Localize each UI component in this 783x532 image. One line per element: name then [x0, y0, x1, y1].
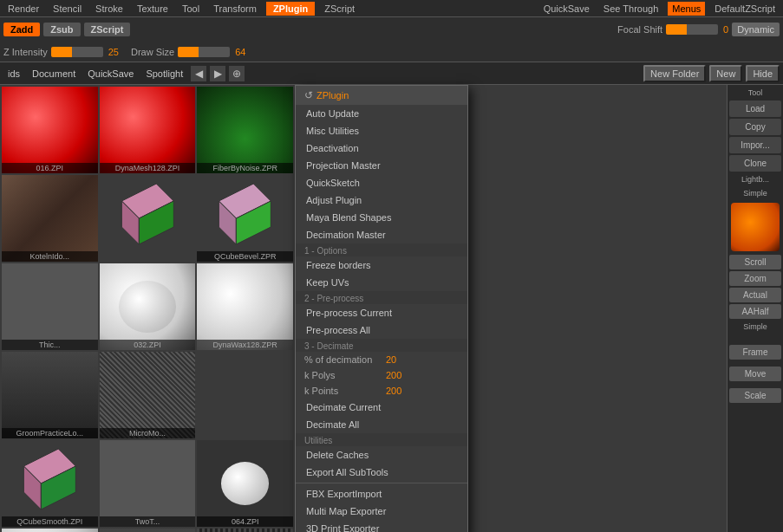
- document-btn[interactable]: Document: [28, 67, 80, 81]
- import-btn[interactable]: Impor...: [729, 137, 781, 153]
- scroll-btn[interactable]: Scroll: [729, 255, 781, 269]
- menu-decimation-master[interactable]: Decimation Master: [296, 226, 467, 243]
- menu-multi-map[interactable]: Multi Map Exporter: [296, 503, 467, 520]
- new-folder-button[interactable]: New Folder: [643, 65, 706, 82]
- menu-deactivation[interactable]: Deactivation: [296, 139, 467, 157]
- thumb-label-032: 032.ZPI: [100, 340, 196, 350]
- thumb-032[interactable]: 032.ZPI: [100, 263, 196, 350]
- menu-zscript[interactable]: ZScript: [320, 2, 359, 16]
- draw-size-slider[interactable]: [178, 47, 230, 57]
- thumb-qcube-smooth[interactable]: QCubeSmooth.ZPI: [2, 440, 98, 527]
- kpolys-label: k Polys: [304, 370, 382, 380]
- nav-options[interactable]: ⊕: [229, 66, 245, 81]
- thumb-groom-lo[interactable]: GroomPracticeLo...: [2, 352, 98, 438]
- thumb-qcube-bevel[interactable]: QCubeBevel.ZPR: [197, 175, 293, 262]
- sphere-icon: [100, 87, 196, 173]
- thumb-twot1[interactable]: TwoT...: [100, 440, 196, 527]
- thumb-micro[interactable]: MicroMo...: [100, 352, 196, 438]
- menu-tool[interactable]: Tool: [178, 2, 204, 16]
- menu-projection-master[interactable]: Projection Master: [296, 157, 467, 174]
- menu-keep-uvs[interactable]: Keep UVs: [296, 274, 467, 291]
- menu-zplugin[interactable]: ZPlugin: [266, 2, 315, 16]
- sphere-tiny-icon: [197, 440, 293, 527]
- clone-btn[interactable]: Clone: [729, 155, 781, 172]
- menu-decimate-all[interactable]: Decimate All: [296, 416, 467, 433]
- green-bush-icon: [197, 87, 293, 173]
- decimation-pct-value[interactable]: 20: [386, 354, 396, 365]
- move-btn[interactable]: Move: [729, 367, 781, 381]
- thumb-label-qcube-smooth: QCubeSmooth.ZPI: [2, 516, 98, 527]
- actual-btn[interactable]: Actual: [729, 288, 781, 302]
- thumb-thick[interactable]: Thic...: [2, 263, 98, 350]
- aahalf-btn[interactable]: AAHalf: [729, 304, 781, 319]
- kpoints-value[interactable]: 200: [386, 386, 401, 396]
- nav-left-arrow[interactable]: ◀: [191, 66, 206, 81]
- thumb-dynawax64[interactable]: DynaWax64.ZPR: [2, 529, 98, 532]
- dynamic-btn[interactable]: Dynamic: [732, 23, 780, 36]
- default-zscript-btn[interactable]: DefaultZScript: [710, 2, 780, 16]
- zsub-button[interactable]: Zsub: [43, 23, 80, 36]
- thumb-multifib[interactable]: MultiFib...: [197, 529, 293, 532]
- zscript-button[interactable]: ZScript: [84, 23, 131, 36]
- copy-btn[interactable]: Copy: [729, 119, 781, 135]
- menu-export-subtools[interactable]: Export All SubTools: [296, 464, 467, 481]
- section-preprocess: 2 - Pre-process: [296, 291, 467, 304]
- thumb-label-fiber: FiberByNoise.ZPR: [197, 163, 293, 173]
- micro-icon: [100, 352, 196, 438]
- menu-fbx-export[interactable]: FBX ExportImport: [296, 485, 467, 503]
- menu-preprocess-all[interactable]: Pre-process All: [296, 321, 467, 339]
- menu-decimate-current[interactable]: Decimate Current: [296, 399, 467, 416]
- thumb-fiber[interactable]: FiberByNoise.ZPR: [197, 87, 293, 173]
- focal-shift-slider[interactable]: [666, 24, 718, 35]
- thumb-016[interactable]: 016.ZPI: [2, 87, 98, 173]
- z-intensity-slider[interactable]: [51, 47, 103, 57]
- hide-button[interactable]: Hide: [746, 65, 780, 82]
- menu-stroke[interactable]: Stroke: [91, 2, 127, 16]
- quicksave-btn[interactable]: QuickSave: [539, 2, 594, 16]
- kpoints-row: k Points 200: [296, 383, 467, 399]
- spotlight-btn[interactable]: Spotlight: [141, 67, 187, 81]
- menu-adjust-plugin[interactable]: Adjust Plugin: [296, 191, 467, 209]
- thumb-label-dynamesh128: DynaMesh128.ZPI: [100, 163, 196, 173]
- nav-right-arrow[interactable]: ▶: [210, 66, 225, 81]
- menu-misc-utilities[interactable]: Misc Utilities: [296, 122, 467, 139]
- thumb-dynawax128[interactable]: DynaWax128.ZPR: [197, 263, 293, 350]
- load-btn[interactable]: Load: [729, 101, 781, 117]
- menu-quicksketch[interactable]: QuickSketch: [296, 174, 467, 191]
- thumb-dynamesh128[interactable]: DynaMesh128.ZPI: [100, 87, 196, 173]
- thumb-groom-sh[interactable]: GroomPracticeSh...: [100, 529, 196, 532]
- menu-preprocess-current[interactable]: Pre-process Current: [296, 304, 467, 321]
- figure-icon: [2, 175, 98, 262]
- ids-btn[interactable]: ids: [3, 67, 24, 81]
- menu-delete-caches[interactable]: Delete Caches: [296, 446, 467, 464]
- thumb-label-thick: Thic...: [2, 340, 98, 350]
- scale-btn[interactable]: Scale: [729, 388, 781, 403]
- thumb-064[interactable]: 064.ZPI: [197, 440, 293, 527]
- toolbar3-quicksave[interactable]: QuickSave: [83, 67, 138, 81]
- menu-transform[interactable]: Transform: [209, 2, 261, 16]
- tertiary-toolbar: ids Document QuickSave Spotlight ◀ ▶ ⊕ N…: [0, 62, 783, 85]
- thumb-empty1[interactable]: [197, 352, 293, 438]
- secondary-toolbar: Z Intensity 25 Draw Size 64: [0, 42, 783, 62]
- menus-btn[interactable]: Menus: [668, 2, 705, 16]
- menu-texture[interactable]: Texture: [133, 2, 173, 16]
- main-area: 016.ZPI DynaMesh128.ZPI FiberByNoise.ZPR…: [0, 85, 783, 532]
- frame-btn[interactable]: Frame: [729, 345, 781, 360]
- section-decimate: 3 - Decimate: [296, 339, 467, 352]
- menu-3d-print[interactable]: 3D Print Exporter: [296, 520, 467, 532]
- focal-shift-label: Focal Shift: [617, 24, 662, 35]
- kpolys-value[interactable]: 200: [386, 370, 401, 380]
- zoom-btn[interactable]: Zoom: [729, 271, 781, 286]
- menu-stencil[interactable]: Stencil: [49, 2, 86, 16]
- zplugin-menu-header: ↺ ZPlugin: [296, 86, 467, 105]
- lightb-label: Lightb...: [729, 173, 781, 185]
- thumb-qcube-preview[interactable]: [100, 175, 196, 262]
- zadd-button[interactable]: Zadd: [3, 23, 40, 36]
- menu-maya-blend[interactable]: Maya Blend Shapes: [296, 209, 467, 226]
- menu-auto-update[interactable]: Auto Update: [296, 105, 467, 122]
- see-through-btn[interactable]: See Through: [599, 2, 662, 16]
- thumb-koteln[interactable]: KotelnIdo...: [2, 175, 98, 262]
- new-button[interactable]: New: [709, 65, 742, 82]
- menu-freeze-borders[interactable]: Freeze borders: [296, 256, 467, 274]
- menu-render[interactable]: Render: [3, 2, 43, 16]
